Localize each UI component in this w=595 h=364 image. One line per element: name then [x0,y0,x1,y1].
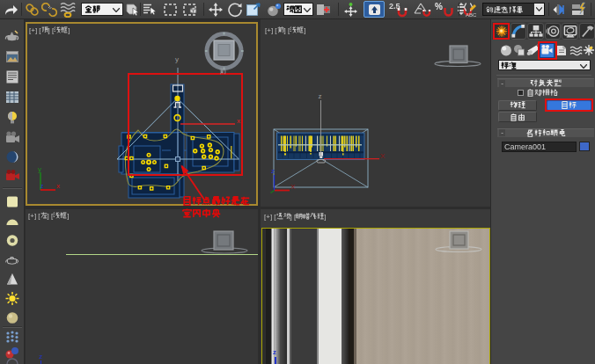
svg-text:y: y [38,165,41,173]
svg-text:x: x [56,182,60,190]
svg-text:ABC: ABC [466,12,477,18]
svg-text:X: X [290,183,296,191]
svg-text:z: z [271,167,275,175]
svg-text:z: z [40,183,44,189]
svg-text:X: X [380,152,386,160]
svg-text:z: z [319,92,322,100]
svg-text:y: y [175,55,179,63]
